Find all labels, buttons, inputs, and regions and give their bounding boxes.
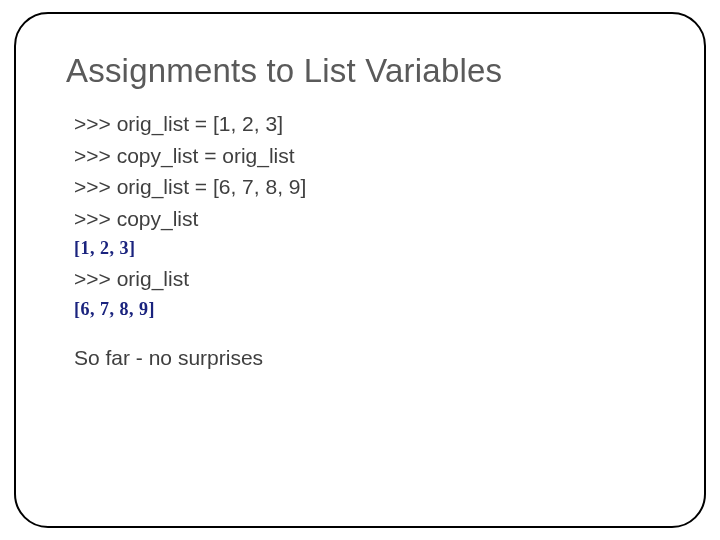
footer-note: So far - no surprises <box>74 346 654 370</box>
code-line: >>> copy_list <box>74 203 654 235</box>
code-line: >>> orig_list <box>74 263 654 295</box>
slide-frame: Assignments to List Variables >>> orig_l… <box>14 12 706 528</box>
code-line: >>> copy_list = orig_list <box>74 140 654 172</box>
code-line: >>> orig_list = [1, 2, 3] <box>74 108 654 140</box>
code-line: >>> orig_list = [6, 7, 8, 9] <box>74 171 654 203</box>
output-line: [1, 2, 3] <box>74 238 654 259</box>
output-line: [6, 7, 8, 9] <box>74 299 654 320</box>
slide-title: Assignments to List Variables <box>66 52 654 90</box>
